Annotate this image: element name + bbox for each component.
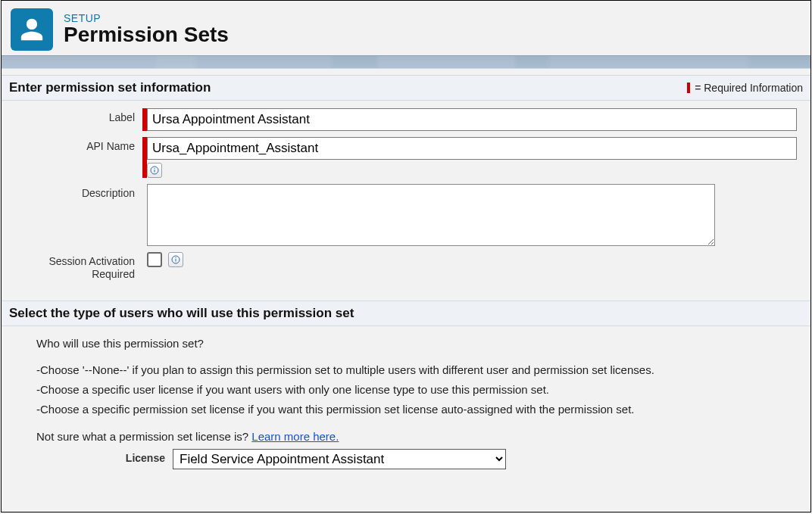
- row-license: License Field Service Appointment Assist…: [14, 449, 798, 469]
- info-icon[interactable]: [168, 252, 183, 267]
- user-icon: [11, 8, 53, 51]
- section1-header: Enter permission set information = Requi…: [2, 75, 810, 101]
- label-description: Description: [14, 184, 142, 199]
- required-info: = Required Information: [687, 82, 803, 94]
- page-title: Permission Sets: [64, 23, 229, 47]
- info-icon[interactable]: [147, 163, 162, 178]
- learn-more-line: Not sure what a permission set license i…: [36, 428, 798, 445]
- label-session: Session Activation Required: [14, 252, 142, 281]
- content: Enter permission set information = Requi…: [2, 75, 810, 469]
- bullet-3: -Choose a specific permission set licens…: [36, 401, 798, 418]
- header-text: SETUP Permission Sets: [64, 12, 229, 47]
- svg-rect-1: [155, 170, 155, 173]
- row-label: Label: [14, 108, 798, 131]
- page-header: SETUP Permission Sets: [2, 1, 810, 55]
- learn-more-link[interactable]: Learn more here.: [251, 430, 339, 443]
- label-api-name: API Name: [14, 137, 142, 152]
- decorative-divider: [2, 55, 810, 69]
- section2-header: Select the type of users who will use th…: [2, 301, 810, 326]
- svg-rect-4: [176, 259, 176, 262]
- row-api-name: API Name: [14, 137, 798, 178]
- row-session-activation: Session Activation Required: [14, 252, 798, 281]
- label-label: Label: [14, 108, 142, 123]
- who-intro: Who will use this permission set?: [36, 335, 798, 352]
- bullet-1: -Choose '--None--' if you plan to assign…: [36, 362, 798, 378]
- section2-title: Select the type of users who will use th…: [9, 306, 354, 320]
- learn-prefix: Not sure what a permission set license i…: [36, 430, 251, 443]
- license-select[interactable]: Field Service Appointment Assistant: [173, 449, 506, 469]
- svg-rect-2: [155, 168, 155, 169]
- label-license: License: [14, 449, 173, 464]
- row-description: Description: [14, 184, 798, 246]
- session-checkbox[interactable]: [147, 252, 162, 267]
- description-textarea[interactable]: [147, 184, 715, 246]
- label-input[interactable]: [147, 108, 797, 131]
- page: SETUP Permission Sets Enter permission s…: [1, 0, 811, 512]
- bullet-2: -Choose a specific user license if you w…: [36, 382, 798, 398]
- section1-title: Enter permission set information: [9, 80, 211, 95]
- required-indicator-icon: [687, 83, 690, 93]
- svg-rect-5: [176, 257, 176, 258]
- api-name-input[interactable]: [147, 137, 797, 160]
- required-info-text: = Required Information: [695, 82, 803, 94]
